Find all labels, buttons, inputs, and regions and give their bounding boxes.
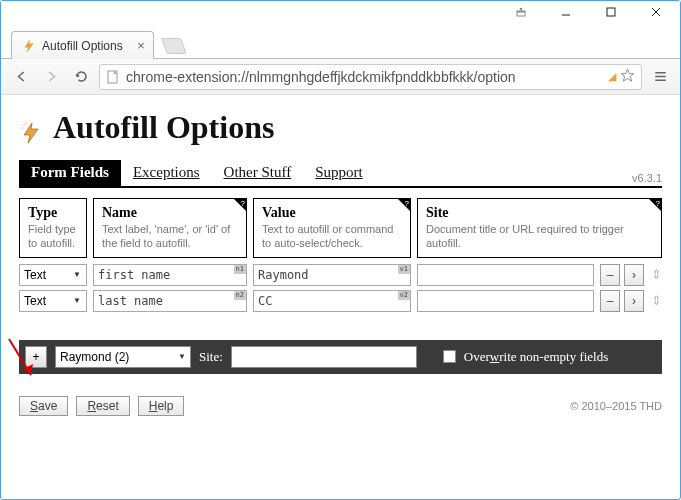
table-row: Text last namen2 CCv2 – › ⇕ [19, 290, 662, 312]
help-button[interactable]: Help [138, 396, 185, 416]
tab-form-fields[interactable]: Form Fields [19, 160, 121, 186]
site-input[interactable] [417, 290, 594, 312]
unknown-titlebar-icon[interactable] [498, 1, 543, 23]
page-icon [106, 70, 120, 84]
bolt-icon [19, 116, 43, 140]
reset-button[interactable]: Reset [76, 396, 129, 416]
add-rule-button[interactable]: + [25, 346, 47, 368]
bottom-action-bar: + Raymond (2) Site: Overwrite non-empty … [19, 340, 662, 374]
remove-row-button[interactable]: – [600, 264, 620, 286]
drag-handle-icon[interactable]: ⇕ [650, 290, 662, 312]
save-button[interactable]: Save [19, 396, 68, 416]
site-filter-label: Site: [199, 349, 223, 365]
address-bar[interactable]: chrome-extension://nlmmgnhgdeffjkdckmikf… [99, 64, 642, 90]
help-corner-icon[interactable] [234, 199, 246, 211]
type-select[interactable]: Text [19, 264, 87, 286]
version-label: v6.3.1 [632, 172, 662, 184]
svg-rect-1 [517, 11, 525, 13]
bookmark-star-icon[interactable] [620, 68, 635, 86]
drag-handle-icon[interactable]: ⇕ [650, 264, 662, 286]
move-row-button[interactable]: › [624, 290, 644, 312]
help-corner-icon[interactable] [398, 199, 410, 211]
remove-row-button[interactable]: – [600, 290, 620, 312]
page-title: Autofill Options [19, 109, 662, 146]
new-tab-button[interactable] [161, 38, 187, 54]
tab-exceptions[interactable]: Exceptions [121, 160, 212, 186]
footer: Save Reset Help © 2010–2015 THD [1, 384, 680, 416]
name-input[interactable]: first namen1 [93, 264, 247, 286]
profile-select[interactable]: Raymond (2) [55, 346, 191, 368]
header-type: Type Field type to autofill. [19, 198, 87, 258]
tab-close-icon[interactable]: × [137, 38, 145, 53]
dropdown-icon[interactable]: ◢ [608, 70, 616, 83]
type-select[interactable]: Text [19, 290, 87, 312]
close-button[interactable] [633, 1, 678, 23]
window-titlebar [1, 1, 680, 29]
browser-tab[interactable]: Autofill Options × [11, 31, 154, 59]
svg-rect-4 [607, 8, 615, 16]
value-input[interactable]: CCv2 [253, 290, 411, 312]
reload-button[interactable] [69, 65, 93, 89]
header-site: Site Document title or URL required to t… [417, 198, 662, 258]
name-input[interactable]: last namen2 [93, 290, 247, 312]
browser-toolbar: chrome-extension://nlmmgnhgdeffjkdckmikf… [1, 59, 680, 95]
svg-point-13 [21, 127, 22, 128]
move-row-button[interactable]: › [624, 264, 644, 286]
back-button[interactable] [9, 65, 33, 89]
value-input[interactable]: Raymondv1 [253, 264, 411, 286]
browser-tabstrip: Autofill Options × [1, 29, 680, 59]
column-headers: Type Field type to autofill. Name Text l… [19, 198, 662, 258]
site-input[interactable] [417, 264, 594, 286]
forward-button[interactable] [39, 65, 63, 89]
svg-point-11 [23, 124, 24, 125]
help-corner-icon[interactable] [649, 199, 661, 211]
tab-support[interactable]: Support [303, 160, 375, 186]
tab-title: Autofill Options [42, 39, 123, 53]
rules-table: Text first namen1 Raymondv1 – › ⇕ Text l… [19, 264, 662, 312]
header-value: Value Text to autofill or command to aut… [253, 198, 411, 258]
svg-point-2 [519, 8, 522, 11]
menu-icon[interactable] [648, 65, 672, 89]
tab-other-stuff[interactable]: Other Stuff [212, 160, 304, 186]
nav-tabs: Form Fields Exceptions Other Stuff Suppo… [19, 160, 662, 188]
maximize-button[interactable] [588, 1, 633, 23]
minimize-button[interactable] [543, 1, 588, 23]
copyright-text: © 2010–2015 THD [570, 400, 662, 412]
site-filter-input[interactable] [231, 346, 417, 368]
page-content: Autofill Options Form Fields Exceptions … [1, 95, 680, 384]
header-name: Name Text label, 'name', or 'id' of the … [93, 198, 247, 258]
table-row: Text first namen1 Raymondv1 – › ⇕ [19, 264, 662, 286]
bolt-icon [22, 39, 36, 53]
overwrite-label: Overwrite non-empty fields [464, 349, 608, 365]
url-text: chrome-extension://nlmmgnhgdeffjkdckmikf… [126, 69, 608, 85]
overwrite-checkbox[interactable] [443, 350, 456, 363]
svg-point-12 [25, 122, 26, 123]
